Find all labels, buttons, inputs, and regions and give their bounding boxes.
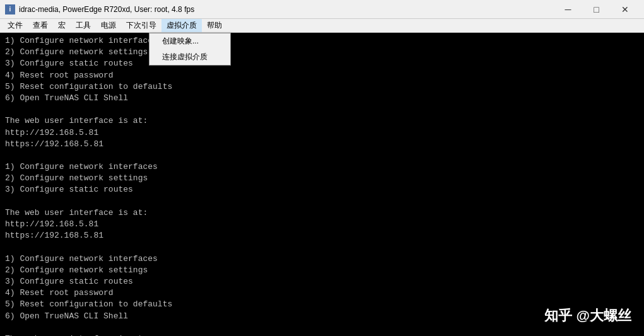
app-icon-label: i (9, 6, 11, 13)
title-bar: i idrac-media, PowerEdge R720xd, User: r… (0, 0, 644, 19)
dropdown-connect-virtual[interactable]: 连接虚拟介质 (149, 49, 230, 65)
close-button[interactable]: ✕ (611, 0, 639, 19)
app-icon: i (5, 4, 15, 14)
maximize-button[interactable]: □ (582, 0, 611, 19)
terminal[interactable]: 1) Configure network interfaces 2) Confi… (0, 33, 644, 336)
terminal-content: 1) Configure network interfaces 2) Confi… (5, 35, 639, 336)
menu-bar: 文件 查看 宏 工具 电源 下次引导 虚拟介质 帮助 创建映象... 连接虚拟介… (0, 19, 644, 33)
virtual-media-dropdown: 创建映象... 连接虚拟介质 (149, 33, 231, 66)
title-bar-controls: ─ □ ✕ (554, 0, 639, 19)
menu-virtual-media[interactable]: 虚拟介质 (161, 19, 202, 32)
menu-tools[interactable]: 工具 (71, 19, 96, 32)
title-bar-text: idrac-media, PowerEdge R720xd, User: roo… (19, 5, 554, 14)
menu-macro[interactable]: 宏 (53, 19, 71, 32)
menu-help[interactable]: 帮助 (202, 19, 227, 32)
menu-next-boot[interactable]: 下次引导 (121, 19, 161, 32)
menu-view[interactable]: 查看 (28, 19, 53, 32)
minimize-button[interactable]: ─ (554, 0, 582, 19)
menu-power[interactable]: 电源 (96, 19, 121, 32)
dropdown-create-image[interactable]: 创建映象... (149, 33, 230, 49)
menu-file[interactable]: 文件 (3, 19, 28, 32)
